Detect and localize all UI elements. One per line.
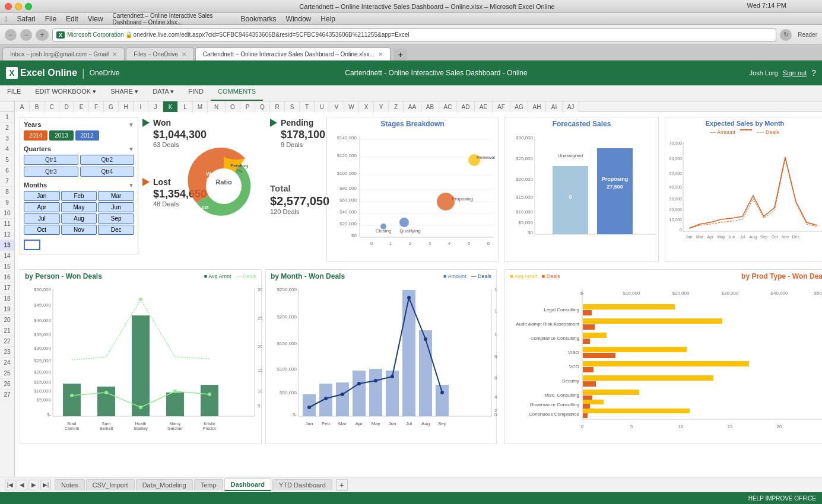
col-Y[interactable]: Y [374, 101, 389, 112]
jan-button[interactable]: Jan [24, 191, 60, 201]
tab-share[interactable]: SHARE ▾ [103, 85, 145, 101]
mac-menu-window[interactable]: Window [286, 15, 312, 23]
sep-button[interactable]: Sep [98, 213, 134, 224]
col-C[interactable]: C [45, 101, 59, 112]
qtr1-button[interactable]: Qtr1 [24, 155, 78, 165]
year-2012-button[interactable]: 2012 [75, 130, 99, 141]
tab-data[interactable]: DATA ▾ [145, 85, 181, 101]
col-B[interactable]: B [30, 101, 45, 112]
filter-icon[interactable]: ▼ [128, 146, 134, 152]
year-2013-button[interactable]: 2013 [49, 130, 73, 141]
col-AG[interactable]: AG [510, 101, 528, 112]
jul-button[interactable]: Jul [24, 213, 60, 224]
col-AF[interactable]: AF [493, 101, 510, 112]
browser-tab-onedrive[interactable]: Files – OneDrive ✕ [126, 47, 193, 60]
col-V[interactable]: V [329, 101, 344, 112]
sheet-last-btn[interactable]: ▶| [40, 480, 51, 490]
col-R[interactable]: R [270, 101, 285, 112]
sheet-tab-csv[interactable]: CSV_Import [86, 479, 135, 490]
mac-close-btn[interactable] [5, 3, 12, 10]
col-D[interactable]: D [59, 101, 74, 112]
sheet-first-btn[interactable]: |◀ [5, 480, 15, 490]
qtr3-button[interactable]: Qtr3 [24, 167, 78, 177]
browser-tab-excel[interactable]: Cartendnett – Online Interactive Sales D… [195, 47, 391, 60]
col-AB[interactable]: AB [421, 101, 439, 112]
close-icon[interactable]: ✕ [378, 51, 383, 58]
col-AJ[interactable]: AJ [563, 101, 579, 112]
col-L[interactable]: L [178, 101, 193, 112]
sheet-prev-btn[interactable]: ◀ [17, 480, 27, 490]
mac-menu-edit[interactable]: Edit [66, 15, 78, 23]
tab-comments[interactable]: COMMENTS [211, 85, 263, 101]
mac-menu-view[interactable]: View [88, 15, 103, 23]
qtr2-button[interactable]: Qtr2 [80, 155, 135, 165]
col-F[interactable]: F [89, 101, 104, 112]
may-button[interactable]: May [61, 202, 97, 212]
col-A[interactable]: A [15, 101, 30, 112]
col-J[interactable]: J [148, 101, 163, 112]
mac-menu-help[interactable]: Help [320, 15, 335, 23]
forward-button[interactable]: → [20, 29, 32, 41]
mac-menu-file[interactable]: File [45, 15, 56, 23]
reader-btn[interactable]: Reader [798, 31, 817, 38]
col-Q[interactable]: Q [255, 101, 270, 112]
col-U[interactable]: U [315, 101, 329, 112]
col-Z[interactable]: Z [389, 101, 404, 112]
qtr4-button[interactable]: Qtr4 [80, 167, 135, 177]
help-button[interactable]: ? [811, 68, 816, 78]
sheet-tab-temp[interactable]: Temp [194, 479, 223, 490]
dec-button[interactable]: Dec [98, 225, 134, 235]
col-H[interactable]: H [119, 101, 134, 112]
col-AC[interactable]: AC [439, 101, 457, 112]
col-S[interactable]: S [285, 101, 300, 112]
feb-button[interactable]: Feb [61, 191, 97, 201]
col-AD[interactable]: AD [457, 101, 475, 112]
mac-menu-history[interactable]: Cartendnett – Online Interactive Sales D… [113, 12, 231, 25]
onedrive-label[interactable]: OneDrive [90, 69, 120, 77]
tab-file[interactable]: FILE [0, 85, 28, 101]
mac-menu-safari[interactable]: Safari [17, 15, 35, 23]
nov-button[interactable]: Nov [61, 225, 97, 235]
sheet-tab-dashboard[interactable]: Dashboard [224, 479, 271, 491]
filter-icon[interactable]: ▼ [128, 182, 134, 189]
close-icon[interactable]: ✕ [182, 51, 186, 58]
mac-traffic-lights[interactable] [5, 3, 32, 10]
col-AE[interactable]: AE [475, 101, 493, 112]
address-bar[interactable]: X Microsoft Corporation 🔒 onedrive.live.… [52, 28, 776, 42]
oct-button[interactable]: Oct [24, 225, 60, 235]
col-X[interactable]: X [359, 101, 374, 112]
browser-tab-gmail[interactable]: Inbox – josh.lorg@gmail.com – Gmail ✕ [2, 47, 125, 60]
col-AI[interactable]: AI [546, 101, 563, 112]
sheet-next-btn[interactable]: ▶ [28, 480, 39, 490]
col-O[interactable]: O [226, 101, 240, 112]
sign-out-button[interactable]: Sign out [783, 69, 807, 76]
col-T[interactable]: T [300, 101, 315, 112]
col-N[interactable]: N [208, 101, 226, 112]
jun-button[interactable]: Jun [98, 202, 134, 212]
mar-button[interactable]: Mar [98, 191, 134, 201]
filter-icon[interactable]: ▼ [128, 122, 134, 128]
sheet-tab-notes[interactable]: Notes [55, 479, 85, 490]
aug-button[interactable]: Aug [61, 213, 97, 224]
mac-menu-bookmarks[interactable]: Bookmarks [241, 15, 277, 23]
col-E[interactable]: E [74, 101, 89, 112]
tab-find[interactable]: FIND [181, 85, 211, 101]
selected-cell[interactable] [24, 240, 40, 250]
col-AH[interactable]: AH [528, 101, 546, 112]
year-2014-button[interactable]: 2014 [24, 130, 47, 141]
add-sheet-button[interactable]: + [336, 479, 348, 491]
new-tab-button[interactable]: + [394, 49, 407, 60]
col-I[interactable]: I [134, 101, 148, 112]
col-AA[interactable]: AA [404, 101, 421, 112]
close-icon[interactable]: ✕ [112, 51, 117, 58]
col-W[interactable]: W [344, 101, 359, 112]
new-tab-button[interactable]: + [36, 29, 49, 41]
tab-edit-workbook[interactable]: EDIT WORKBOOK ▾ [28, 85, 103, 101]
mac-menu-apple[interactable]:  [5, 15, 7, 23]
reload-button[interactable]: ↻ [780, 29, 792, 41]
col-G[interactable]: G [104, 101, 119, 112]
mac-max-btn[interactable] [25, 3, 32, 10]
sheet-tab-ytd[interactable]: YTD Dashboard [272, 479, 332, 490]
col-P[interactable]: P [240, 101, 255, 112]
apr-button[interactable]: Apr [24, 202, 60, 212]
